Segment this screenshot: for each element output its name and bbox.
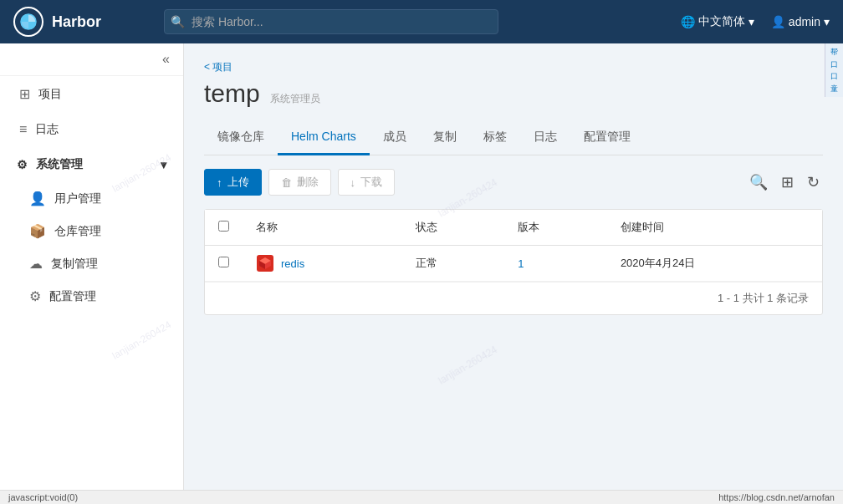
- col-header-status: 状态: [402, 210, 505, 246]
- sidebar-item-label-user-mgmt: 用户管理: [54, 191, 101, 206]
- repo-mgmt-icon: 📦: [29, 223, 46, 239]
- chart-name: redis: [281, 257, 304, 270]
- chart-status: 正常: [402, 246, 505, 282]
- view-toggle-icon[interactable]: ⊞: [778, 170, 797, 195]
- upload-label: 上传: [227, 175, 249, 190]
- sidebar-item-repo-mgmt[interactable]: 📦 仓库管理: [10, 215, 183, 247]
- system-icon: ⚙: [17, 158, 28, 171]
- search-area: 🔍: [164, 9, 498, 34]
- tab-image-repo[interactable]: 镜像仓库: [204, 121, 278, 155]
- sidebar-collapse-area: «: [0, 43, 183, 76]
- page-title: temp: [204, 79, 260, 108]
- logo-text: Harbor: [52, 13, 101, 31]
- strip-item-0[interactable]: 帮: [827, 47, 841, 58]
- strip-item-2[interactable]: 口: [827, 71, 841, 82]
- upload-button[interactable]: ↑ 上传: [204, 169, 262, 196]
- delete-icon: 🗑: [281, 176, 292, 189]
- search-input[interactable]: [164, 9, 498, 34]
- globe-icon: 🌐: [681, 15, 695, 28]
- status-bar-right: https://blog.csdn.net/arnofan: [718, 492, 835, 502]
- col-header-name: 名称: [243, 210, 402, 246]
- col-header-created: 创建时间: [607, 210, 822, 246]
- download-icon: ↓: [350, 176, 356, 189]
- sidebar-item-replication-mgmt[interactable]: ☁ 复制管理: [10, 247, 183, 280]
- main-content: < 项目 temp 系统管理员 镜像仓库 Helm Charts 成员 复制 标…: [184, 43, 843, 504]
- strip-item-1[interactable]: 口: [827, 59, 841, 70]
- delete-button[interactable]: 🗑 删除: [268, 169, 331, 196]
- download-label: 下载: [360, 175, 382, 190]
- pagination-info: 1 - 1 共计 1 条记录: [718, 292, 809, 304]
- logo[interactable]: Harbor: [13, 7, 164, 37]
- table-header-row: 名称 状态 版本 创建时间: [205, 210, 822, 246]
- table-footer: 1 - 1 共计 1 条记录: [205, 282, 822, 314]
- sidebar-collapse-button[interactable]: «: [162, 52, 170, 67]
- sidebar-item-projects[interactable]: ⊞ 项目: [0, 76, 183, 112]
- tab-config-mgmt[interactable]: 配置管理: [570, 121, 644, 155]
- sidebar-item-label-repo-mgmt: 仓库管理: [54, 224, 101, 239]
- breadcrumb[interactable]: < 项目: [204, 60, 823, 74]
- upload-icon: ↑: [217, 176, 222, 189]
- delete-label: 删除: [297, 175, 319, 190]
- language-switcher[interactable]: 🌐 中文简体 ▾: [681, 14, 754, 29]
- status-bar: javascript:void(0) https://blog.csdn.net…: [0, 490, 843, 504]
- topnav-right: 🌐 中文简体 ▾ 👤 admin ▾: [681, 14, 830, 29]
- replication-icon: ☁: [29, 256, 43, 272]
- helm-charts-table: 名称 状态 版本 创建时间: [204, 209, 823, 315]
- lang-chevron-icon: ▾: [748, 15, 754, 28]
- row-checkbox[interactable]: [218, 257, 229, 267]
- select-all-checkbox[interactable]: [218, 221, 229, 232]
- sidebar-item-logs[interactable]: ≡ 日志: [0, 112, 183, 147]
- refresh-icon[interactable]: ↻: [804, 170, 823, 195]
- chart-name-link[interactable]: redis: [256, 254, 389, 272]
- tab-tags[interactable]: 标签: [470, 121, 520, 155]
- chart-created: 2020年4月24日: [607, 246, 822, 282]
- tabs-bar: 镜像仓库 Helm Charts 成员 复制 标签 日志 配置管理: [204, 121, 823, 155]
- table-row: redis 正常 1 2020年4月24日: [205, 246, 822, 282]
- status-bar-left: javascript:void(0): [8, 492, 78, 502]
- toolbar: ↑ 上传 🗑 删除 ↓ 下载 🔍 ⊞ ↻: [204, 169, 823, 196]
- logo-icon: [13, 7, 43, 37]
- strip-item-3[interactable]: 童: [827, 84, 841, 94]
- search-icon: 🔍: [171, 15, 185, 28]
- system-expand-icon: ▾: [161, 158, 166, 171]
- tab-logs[interactable]: 日志: [520, 121, 570, 155]
- redis-icon: [256, 254, 274, 272]
- top-navigation: Harbor 🔍 🌐 中文简体 ▾ 👤 admin ▾: [0, 0, 843, 43]
- sidebar-group-system[interactable]: ⚙ 系统管理 ▾: [0, 147, 183, 182]
- sidebar-item-user-mgmt[interactable]: 👤 用户管理: [10, 182, 183, 215]
- page-header: temp 系统管理员: [204, 79, 823, 108]
- page-subtitle: 系统管理员: [270, 92, 320, 106]
- user-mgmt-icon: 👤: [29, 191, 46, 206]
- tab-copy[interactable]: 复制: [420, 121, 470, 155]
- user-icon: 👤: [771, 15, 785, 28]
- search-icon[interactable]: 🔍: [746, 170, 771, 195]
- tab-members[interactable]: 成员: [370, 121, 420, 155]
- sidebar-item-label-projects: 项目: [38, 87, 62, 102]
- sidebar-item-label-config: 配置管理: [49, 289, 96, 304]
- sidebar-submenu-system: 👤 用户管理 📦 仓库管理 ☁ 复制管理 ⚙ 配置管理: [0, 182, 183, 313]
- download-button[interactable]: ↓ 下载: [338, 169, 396, 196]
- toolbar-right: 🔍 ⊞ ↻: [746, 170, 823, 195]
- sidebar-item-config-mgmt[interactable]: ⚙ 配置管理: [10, 280, 183, 313]
- user-label: admin: [789, 15, 820, 28]
- user-menu[interactable]: 👤 admin ▾: [771, 15, 830, 28]
- sidebar-group-label: 系统管理: [36, 157, 83, 172]
- col-header-version: 版本: [504, 210, 607, 246]
- sidebar-item-label-replication: 复制管理: [51, 257, 98, 272]
- lang-label: 中文简体: [698, 14, 745, 29]
- right-strip: 帮 口 口 童: [825, 43, 843, 97]
- config-icon: ⚙: [29, 288, 41, 304]
- sidebar-item-label-logs: 日志: [35, 122, 59, 137]
- sidebar: « ⊞ 项目 ≡ 日志 ⚙ 系统管理 ▾ 👤 用户管理 📦 仓库管理 ☁: [0, 43, 184, 504]
- tab-helm-charts[interactable]: Helm Charts: [278, 121, 370, 155]
- chart-version[interactable]: 1: [518, 257, 524, 270]
- user-chevron-icon: ▾: [824, 15, 830, 28]
- logs-icon: ≡: [19, 122, 27, 137]
- projects-icon: ⊞: [19, 86, 30, 102]
